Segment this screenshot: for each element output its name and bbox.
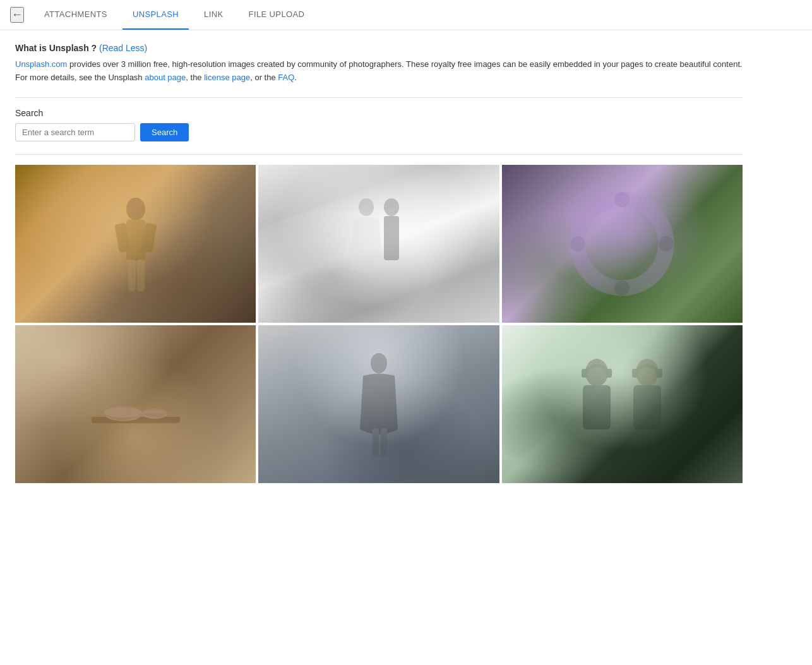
svg-point-7 [384,198,399,216]
search-label: Search [15,108,743,118]
back-button[interactable]: ← [10,7,24,23]
tab-link[interactable]: LINK [194,0,233,30]
image-cell-5[interactable] [258,325,499,483]
svg-rect-28 [656,369,662,378]
svg-point-10 [614,192,630,207]
image-cell-2[interactable] [258,165,499,323]
unsplash-dot-com-link[interactable]: Unsplash.com [15,59,67,69]
faq-link[interactable]: FAQ [278,73,294,82]
search-input[interactable] [15,123,135,141]
svg-point-9 [578,200,666,288]
svg-rect-20 [381,428,387,457]
nav-bar: ← ATTACHMENTS UNSPLASH LINK FILE UPLOAD [0,0,812,30]
what-unsplash-title: What is Unsplash ? (Read Less) [15,43,743,53]
what-unsplash-section: What is Unsplash ? (Read Less) Unsplash.… [15,43,743,85]
svg-point-11 [659,236,674,251]
svg-point-12 [614,280,630,296]
search-section: Search Search [15,108,743,141]
svg-point-0 [126,198,145,220]
svg-point-25 [636,359,659,386]
search-button[interactable]: Search [140,123,189,141]
image-cell-3[interactable] [502,165,743,323]
back-icon: ← [11,8,23,21]
svg-rect-22 [583,385,611,429]
main-content: What is Unsplash ? (Read Less) Unsplash.… [0,30,758,496]
divider-2 [15,154,743,155]
tab-file-upload[interactable]: FILE UPLOAD [239,0,315,30]
svg-rect-4 [128,260,136,291]
read-less-link[interactable]: (Read Less) [99,43,147,53]
svg-point-18 [371,353,387,373]
svg-rect-1 [126,220,145,261]
svg-point-16 [104,407,142,417]
svg-rect-19 [373,428,379,457]
svg-rect-8 [384,216,399,260]
svg-rect-24 [606,369,612,378]
svg-point-6 [359,198,374,216]
image-cell-4[interactable] [15,325,256,483]
svg-rect-5 [137,260,145,291]
what-unsplash-description: Unsplash.com provides over 3 million fre… [15,58,743,85]
license-page-link[interactable]: license page [204,73,250,82]
svg-rect-26 [633,385,661,429]
divider-1 [15,97,743,98]
about-page-link[interactable]: about page [145,73,186,82]
tab-unsplash[interactable]: UNSPLASH [122,0,189,30]
image-cell-1[interactable] [15,165,256,323]
nav-tabs: ATTACHMENTS UNSPLASH LINK FILE UPLOAD [34,0,314,30]
svg-point-13 [570,236,585,251]
search-row: Search [15,123,743,141]
svg-rect-23 [582,369,588,378]
tab-attachments[interactable]: ATTACHMENTS [34,0,117,30]
image-cell-6[interactable] [502,325,743,483]
svg-rect-27 [632,369,638,378]
image-grid [15,165,743,483]
svg-point-21 [585,359,608,386]
